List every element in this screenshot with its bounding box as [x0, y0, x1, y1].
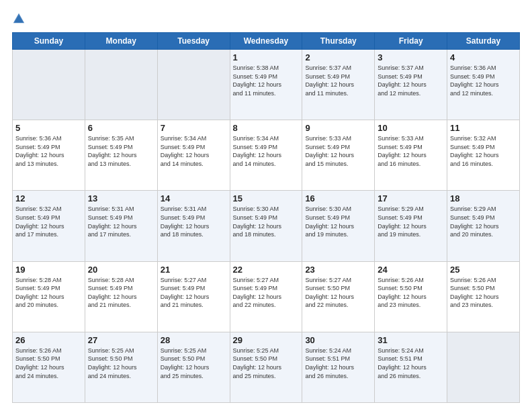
calendar-cell: 2Sunrise: 5:37 AM Sunset: 5:49 PM Daylig… [302, 50, 375, 120]
day-number: 23 [305, 265, 371, 275]
day-number: 25 [450, 265, 517, 275]
calendar-cell: 30Sunrise: 5:24 AM Sunset: 5:51 PM Dayli… [302, 332, 375, 402]
calendar-cell [85, 50, 157, 120]
day-number: 1 [233, 52, 300, 62]
day-number: 16 [305, 193, 371, 203]
weekday-header-friday: Friday [375, 33, 447, 50]
day-number: 17 [378, 193, 444, 203]
day-number: 24 [378, 265, 444, 275]
calendar-cell: 19Sunrise: 5:28 AM Sunset: 5:49 PM Dayli… [13, 261, 85, 332]
page: SundayMondayTuesdayWednesdayThursdayFrid… [0, 0, 532, 411]
day-info: Sunrise: 5:26 AM Sunset: 5:50 PM Dayligh… [450, 276, 517, 310]
day-info: Sunrise: 5:27 AM Sunset: 5:49 PM Dayligh… [161, 276, 227, 310]
day-info: Sunrise: 5:24 AM Sunset: 5:51 PM Dayligh… [378, 347, 444, 380]
calendar-cell: 3Sunrise: 5:37 AM Sunset: 5:49 PM Daylig… [375, 50, 447, 120]
day-info: Sunrise: 5:31 AM Sunset: 5:49 PM Dayligh… [88, 205, 154, 238]
weekday-header-saturday: Saturday [447, 33, 520, 50]
calendar-week-row: 5Sunrise: 5:36 AM Sunset: 5:49 PM Daylig… [13, 120, 520, 191]
day-info: Sunrise: 5:28 AM Sunset: 5:49 PM Dayligh… [15, 276, 82, 310]
day-number: 28 [161, 335, 227, 345]
calendar-cell [13, 50, 85, 120]
calendar-cell: 16Sunrise: 5:30 AM Sunset: 5:49 PM Dayli… [302, 191, 375, 261]
calendar-cell: 18Sunrise: 5:29 AM Sunset: 5:49 PM Dayli… [447, 191, 520, 261]
calendar-cell: 1Sunrise: 5:38 AM Sunset: 5:49 PM Daylig… [230, 50, 302, 120]
day-number: 19 [15, 265, 82, 275]
calendar-cell: 27Sunrise: 5:25 AM Sunset: 5:50 PM Dayli… [85, 332, 157, 402]
day-info: Sunrise: 5:35 AM Sunset: 5:49 PM Dayligh… [88, 134, 154, 168]
day-info: Sunrise: 5:24 AM Sunset: 5:51 PM Dayligh… [305, 347, 371, 380]
calendar-cell: 25Sunrise: 5:26 AM Sunset: 5:50 PM Dayli… [447, 261, 520, 332]
calendar-week-row: 26Sunrise: 5:26 AM Sunset: 5:50 PM Dayli… [13, 332, 520, 402]
day-number: 29 [233, 335, 300, 345]
calendar-cell [447, 332, 520, 402]
calendar-cell: 11Sunrise: 5:32 AM Sunset: 5:49 PM Dayli… [447, 120, 520, 191]
day-number: 8 [233, 123, 300, 133]
weekday-header-monday: Monday [85, 33, 157, 50]
day-info: Sunrise: 5:32 AM Sunset: 5:49 PM Dayligh… [450, 134, 517, 168]
day-number: 2 [305, 52, 371, 62]
weekday-header-tuesday: Tuesday [157, 33, 230, 50]
day-info: Sunrise: 5:30 AM Sunset: 5:49 PM Dayligh… [233, 205, 300, 238]
calendar-cell: 4Sunrise: 5:36 AM Sunset: 5:49 PM Daylig… [447, 50, 520, 120]
calendar-cell: 24Sunrise: 5:26 AM Sunset: 5:50 PM Dayli… [375, 261, 447, 332]
calendar-cell: 17Sunrise: 5:29 AM Sunset: 5:49 PM Dayli… [375, 191, 447, 261]
calendar-cell: 14Sunrise: 5:31 AM Sunset: 5:49 PM Dayli… [157, 191, 230, 261]
day-info: Sunrise: 5:25 AM Sunset: 5:50 PM Dayligh… [161, 347, 227, 380]
calendar-cell: 10Sunrise: 5:33 AM Sunset: 5:49 PM Dayli… [375, 120, 447, 191]
day-info: Sunrise: 5:34 AM Sunset: 5:49 PM Dayligh… [161, 134, 227, 168]
day-info: Sunrise: 5:30 AM Sunset: 5:49 PM Dayligh… [305, 205, 371, 238]
logo [12, 12, 28, 26]
day-number: 11 [450, 123, 517, 133]
day-number: 22 [233, 265, 300, 275]
calendar-week-row: 19Sunrise: 5:28 AM Sunset: 5:49 PM Dayli… [13, 261, 520, 332]
day-number: 30 [305, 335, 371, 345]
day-info: Sunrise: 5:34 AM Sunset: 5:49 PM Dayligh… [233, 134, 300, 168]
calendar-cell: 21Sunrise: 5:27 AM Sunset: 5:49 PM Dayli… [157, 261, 230, 332]
calendar-cell: 28Sunrise: 5:25 AM Sunset: 5:50 PM Dayli… [157, 332, 230, 402]
day-number: 27 [88, 335, 154, 345]
calendar-cell: 9Sunrise: 5:33 AM Sunset: 5:49 PM Daylig… [302, 120, 375, 191]
calendar-cell: 23Sunrise: 5:27 AM Sunset: 5:50 PM Dayli… [302, 261, 375, 332]
day-info: Sunrise: 5:29 AM Sunset: 5:49 PM Dayligh… [450, 205, 517, 238]
day-info: Sunrise: 5:29 AM Sunset: 5:49 PM Dayligh… [378, 205, 444, 238]
calendar-cell: 6Sunrise: 5:35 AM Sunset: 5:49 PM Daylig… [85, 120, 157, 191]
day-number: 21 [161, 265, 227, 275]
calendar-cell: 15Sunrise: 5:30 AM Sunset: 5:49 PM Dayli… [230, 191, 302, 261]
calendar-table: SundayMondayTuesdayWednesdayThursdayFrid… [12, 32, 520, 403]
day-number: 12 [15, 193, 82, 203]
day-info: Sunrise: 5:33 AM Sunset: 5:49 PM Dayligh… [305, 134, 371, 168]
day-info: Sunrise: 5:27 AM Sunset: 5:49 PM Dayligh… [233, 276, 300, 310]
day-number: 31 [378, 335, 444, 345]
day-number: 18 [450, 193, 517, 203]
day-info: Sunrise: 5:37 AM Sunset: 5:49 PM Dayligh… [305, 64, 371, 97]
day-info: Sunrise: 5:26 AM Sunset: 5:50 PM Dayligh… [378, 276, 444, 310]
day-number: 5 [15, 123, 82, 133]
day-number: 6 [88, 123, 154, 133]
calendar-cell: 29Sunrise: 5:25 AM Sunset: 5:50 PM Dayli… [230, 332, 302, 402]
day-number: 7 [161, 123, 227, 133]
day-number: 26 [15, 335, 82, 345]
day-number: 20 [88, 265, 154, 275]
day-number: 9 [305, 123, 371, 133]
day-info: Sunrise: 5:26 AM Sunset: 5:50 PM Dayligh… [15, 347, 82, 380]
calendar-cell: 26Sunrise: 5:26 AM Sunset: 5:50 PM Dayli… [13, 332, 85, 402]
calendar-cell: 22Sunrise: 5:27 AM Sunset: 5:49 PM Dayli… [230, 261, 302, 332]
day-info: Sunrise: 5:38 AM Sunset: 5:49 PM Dayligh… [233, 64, 300, 97]
weekday-header-thursday: Thursday [302, 33, 375, 50]
weekday-header-sunday: Sunday [13, 33, 85, 50]
header [12, 12, 520, 26]
day-number: 15 [233, 193, 300, 203]
day-info: Sunrise: 5:37 AM Sunset: 5:49 PM Dayligh… [378, 64, 444, 97]
calendar-week-row: 12Sunrise: 5:32 AM Sunset: 5:49 PM Dayli… [13, 191, 520, 261]
calendar-cell: 13Sunrise: 5:31 AM Sunset: 5:49 PM Dayli… [85, 191, 157, 261]
weekday-header-wednesday: Wednesday [230, 33, 302, 50]
day-info: Sunrise: 5:36 AM Sunset: 5:49 PM Dayligh… [450, 64, 517, 97]
day-number: 13 [88, 193, 154, 203]
calendar-cell: 20Sunrise: 5:28 AM Sunset: 5:49 PM Dayli… [85, 261, 157, 332]
calendar-cell: 12Sunrise: 5:32 AM Sunset: 5:49 PM Dayli… [13, 191, 85, 261]
day-info: Sunrise: 5:33 AM Sunset: 5:49 PM Dayligh… [378, 134, 444, 168]
day-info: Sunrise: 5:25 AM Sunset: 5:50 PM Dayligh… [233, 347, 300, 380]
day-number: 4 [450, 52, 517, 62]
day-info: Sunrise: 5:31 AM Sunset: 5:49 PM Dayligh… [161, 205, 227, 238]
day-number: 14 [161, 193, 227, 203]
